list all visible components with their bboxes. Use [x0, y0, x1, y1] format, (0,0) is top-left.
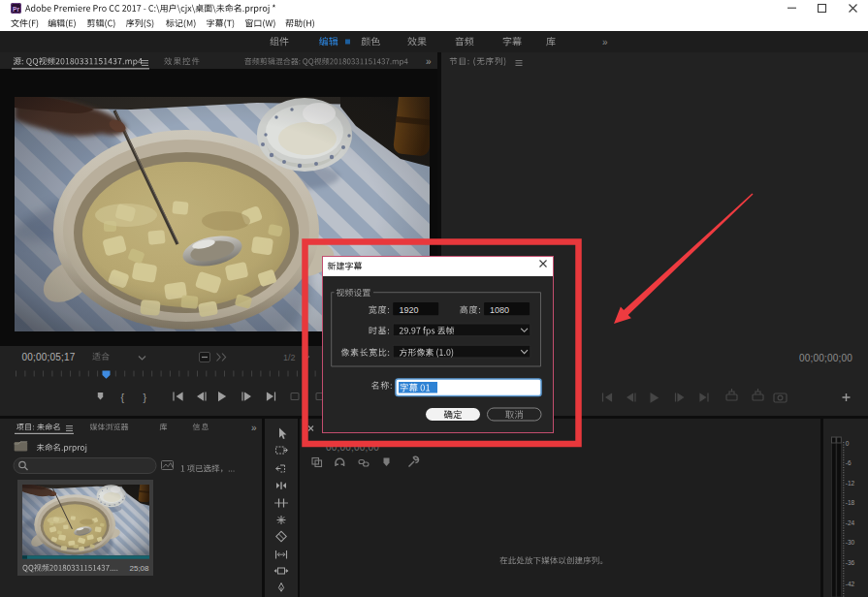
- svg-text:»: »: [251, 423, 257, 433]
- svg-text:1920: 1920: [399, 305, 418, 315]
- svg-text:-18: -18: [846, 499, 855, 506]
- svg-text:»: »: [426, 56, 432, 67]
- svg-text:00;00;05;17: 00;00;05;17: [22, 352, 76, 362]
- svg-text:-30: -30: [846, 539, 855, 546]
- svg-text:25;08: 25;08: [130, 564, 150, 573]
- svg-text:-12: -12: [846, 480, 855, 487]
- svg-text:»: »: [602, 37, 608, 47]
- svg-text:-42: -42: [846, 581, 855, 587]
- svg-text:1/2: 1/2: [283, 353, 296, 362]
- svg-text:-24: -24: [846, 519, 855, 526]
- svg-text:{: {: [121, 392, 125, 403]
- svg-text:00;00;00;00: 00;00;00;00: [799, 353, 852, 363]
- svg-text:Pr: Pr: [13, 6, 19, 13]
- svg-text:0: 0: [846, 440, 850, 447]
- svg-text:-6: -6: [846, 459, 852, 466]
- svg-text:}: }: [144, 392, 147, 403]
- svg-text:-36: -36: [846, 559, 855, 566]
- svg-text:1080: 1080: [490, 305, 509, 315]
